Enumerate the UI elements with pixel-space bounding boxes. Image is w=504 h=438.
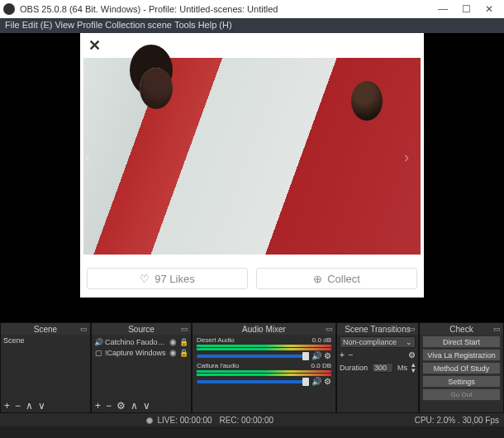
mixer-channel: Cattura l'audio 0.0 DB 🔊 ⚙ bbox=[195, 362, 333, 386]
plus-circle-icon: ⊕ bbox=[313, 273, 322, 285]
rec-time: REC: 00:00:00 bbox=[219, 416, 273, 425]
add-scene-button[interactable]: + bbox=[4, 400, 10, 412]
speaker-icon[interactable]: 🔊 bbox=[311, 351, 321, 360]
level-meter bbox=[197, 345, 331, 347]
controls-panel: Check ▭ Direct Start Viva La Registrazio… bbox=[419, 322, 504, 413]
menu-help[interactable]: Help (H) bbox=[198, 20, 232, 31]
level-meter bbox=[197, 370, 331, 373]
exit-button[interactable]: Go Out bbox=[422, 388, 501, 401]
remove-scene-button[interactable]: − bbox=[15, 400, 21, 412]
minimize-button[interactable]: — bbox=[431, 3, 454, 15]
cpu-status: CPU: 2.0% . 30,00 Fps bbox=[415, 416, 499, 425]
audio-mixer-panel: Audio Mixer ▭ Desert Audio 0.0 dB 🔊 ⚙ bbox=[192, 322, 336, 413]
collect-label: Collect bbox=[327, 273, 360, 285]
level-meter bbox=[197, 374, 331, 376]
source-label: !Capture Windows bbox=[105, 349, 167, 357]
visibility-icon[interactable]: ◉ bbox=[169, 337, 177, 346]
transition-select[interactable]: Non-compliance ⌄ bbox=[340, 336, 416, 348]
source-up-button[interactable]: ∧ bbox=[131, 400, 138, 412]
likes-button[interactable]: ♡ 97 Likes bbox=[87, 268, 248, 289]
visibility-icon[interactable]: ◉ bbox=[169, 348, 177, 357]
overlay-photo: ‹ › bbox=[83, 58, 421, 255]
scene-up-button[interactable]: ∧ bbox=[26, 400, 33, 412]
maximize-button[interactable]: ☐ bbox=[454, 3, 478, 15]
close-button[interactable]: ✕ bbox=[478, 3, 501, 15]
menu-file[interactable]: File bbox=[5, 20, 20, 31]
source-down-button[interactable]: ∨ bbox=[143, 400, 150, 412]
prev-arrow-icon[interactable]: ‹ bbox=[85, 149, 100, 164]
popout-icon[interactable]: ▭ bbox=[408, 325, 416, 333]
scenes-title: Scene bbox=[34, 325, 57, 334]
menu-collection[interactable]: Collection bbox=[105, 20, 145, 31]
duration-spinner[interactable]: 300 bbox=[372, 363, 393, 373]
channel-name: Desert Audio bbox=[197, 336, 235, 344]
channel-db: 0.0 DB bbox=[311, 362, 331, 369]
popout-icon[interactable]: ▭ bbox=[493, 325, 501, 333]
spinner-arrows-icon[interactable]: ▴▾ bbox=[411, 362, 416, 374]
sources-panel: Source ▭ 🔊 Catchino Faudo In. ◉ 🔒 ▢ !Cap… bbox=[91, 322, 192, 413]
speaker-icon[interactable]: 🔊 bbox=[311, 377, 321, 386]
sources-title: Source bbox=[128, 325, 155, 334]
close-icon[interactable]: ✕ bbox=[88, 36, 101, 55]
chevron-down-icon: ⌄ bbox=[406, 338, 412, 346]
menu-bar: File Edit (E) View Profile Collection sc… bbox=[0, 18, 504, 33]
add-source-button[interactable]: + bbox=[95, 400, 101, 412]
channel-db: 0.0 dB bbox=[312, 336, 331, 344]
menu-edit[interactable]: Edit (E) bbox=[22, 20, 53, 31]
record-indicator-icon bbox=[146, 417, 153, 424]
remove-source-button[interactable]: − bbox=[106, 400, 112, 412]
overlay-card: ✕ ‹ › ♡ 97 Likes ⊕ Collect bbox=[80, 33, 424, 298]
remove-transition-button[interactable]: − bbox=[349, 350, 354, 359]
volume-slider[interactable] bbox=[197, 355, 309, 358]
lock-icon[interactable]: 🔒 bbox=[179, 349, 188, 357]
settings-button[interactable]: Settings bbox=[422, 375, 501, 388]
volume-slider[interactable] bbox=[197, 380, 309, 383]
scene-down-button[interactable]: ∨ bbox=[38, 400, 45, 412]
window-title: OBS 25.0.8 (64 Bit. Windows) - Profile: … bbox=[20, 4, 278, 14]
transition-selected: Non-compliance bbox=[343, 338, 397, 346]
next-arrow-icon[interactable]: › bbox=[404, 149, 419, 164]
scenes-panel: Scene ▭ Scene + − ∧ ∨ bbox=[0, 322, 91, 413]
duration-value: 300 bbox=[374, 364, 387, 372]
collect-button[interactable]: ⊕ Collect bbox=[256, 268, 417, 289]
menu-profile[interactable]: Profile bbox=[77, 20, 102, 31]
start-streaming-button[interactable]: Direct Start bbox=[422, 336, 501, 348]
popout-icon[interactable]: ▭ bbox=[181, 325, 188, 333]
transitions-title: Scene Transitions bbox=[345, 325, 411, 334]
gear-icon[interactable]: ⚙ bbox=[408, 350, 416, 359]
level-meter bbox=[197, 348, 331, 350]
likes-label: 97 Likes bbox=[155, 273, 194, 285]
channel-name: Cattura l'audio bbox=[197, 362, 239, 369]
source-item[interactable]: ▢ !Capture Windows ◉ 🔒 bbox=[94, 347, 188, 358]
lock-icon[interactable]: 🔒 bbox=[179, 338, 188, 346]
duration-label: Duration bbox=[340, 364, 368, 372]
live-time: LIVE: 00:00:00 bbox=[157, 416, 212, 425]
source-settings-button[interactable]: ⚙ bbox=[116, 400, 126, 412]
popout-icon[interactable]: ▭ bbox=[80, 325, 88, 333]
duration-unit: Ms bbox=[397, 364, 407, 372]
source-label: Catchino Faudo In. bbox=[105, 338, 167, 346]
source-item[interactable]: 🔊 Catchino Faudo In. ◉ 🔒 bbox=[94, 336, 188, 347]
popout-icon[interactable]: ▭ bbox=[326, 325, 333, 333]
window-icon: ▢ bbox=[94, 349, 102, 357]
scene-item[interactable]: Scene bbox=[3, 336, 88, 345]
controls-title: Check bbox=[449, 325, 473, 334]
mixer-title: Audio Mixer bbox=[242, 325, 286, 334]
start-recording-button[interactable]: Viva La Registrazion bbox=[422, 349, 501, 361]
menu-scene[interactable]: scene bbox=[148, 20, 172, 31]
menu-view[interactable]: View bbox=[55, 20, 74, 31]
gear-icon[interactable]: ⚙ bbox=[324, 351, 331, 360]
preview-area: ✕ ‹ › ♡ 97 Likes ⊕ Collect bbox=[0, 33, 504, 322]
mixer-channel: Desert Audio 0.0 dB 🔊 ⚙ bbox=[195, 336, 333, 360]
heart-icon: ♡ bbox=[140, 273, 150, 285]
studio-mode-button[interactable]: Method Of Study bbox=[422, 362, 501, 374]
transitions-panel: Scene Transitions ▭ Non-compliance ⌄ + −… bbox=[336, 322, 419, 413]
app-icon bbox=[3, 3, 15, 15]
add-transition-button[interactable]: + bbox=[340, 350, 345, 359]
menu-tools[interactable]: Tools bbox=[174, 20, 196, 31]
gear-icon[interactable]: ⚙ bbox=[324, 377, 331, 386]
audio-icon: 🔊 bbox=[94, 338, 102, 346]
status-bar: LIVE: 00:00:00 REC: 00:00:00 CPU: 2.0% .… bbox=[0, 413, 504, 426]
